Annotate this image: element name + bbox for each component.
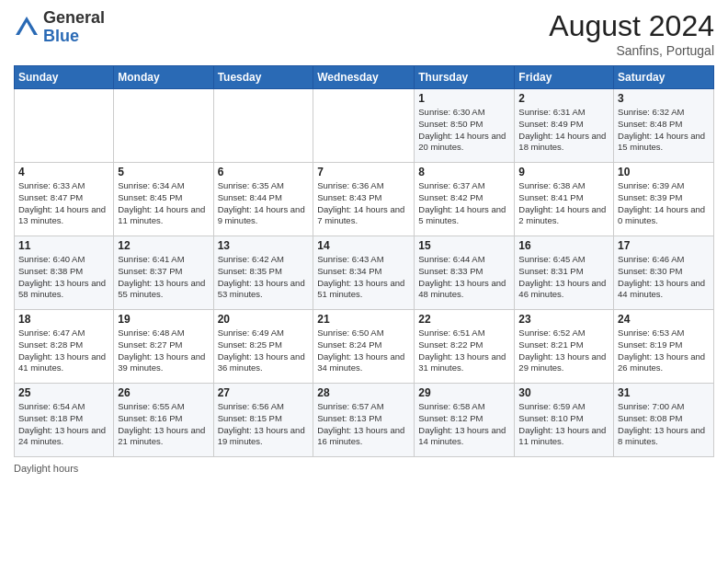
day-number: 16 [518, 239, 609, 252]
day-info: Sunrise: 6:52 AMSunset: 8:21 PMDaylight:… [518, 327, 609, 374]
day-info: Sunrise: 6:56 AMSunset: 8:15 PMDaylight:… [218, 401, 310, 448]
calendar-week-row: 1Sunrise: 6:30 AMSunset: 8:50 PMDaylight… [15, 89, 714, 163]
calendar-cell [114, 89, 213, 163]
day-info: Sunrise: 6:41 AMSunset: 8:37 PMDaylight:… [118, 254, 209, 301]
calendar-cell: 17Sunrise: 6:46 AMSunset: 8:30 PMDayligh… [614, 236, 714, 310]
day-number: 29 [418, 386, 510, 399]
day-info: Sunrise: 6:30 AMSunset: 8:50 PMDaylight:… [418, 107, 510, 154]
calendar-cell: 27Sunrise: 6:56 AMSunset: 8:15 PMDayligh… [213, 384, 313, 457]
calendar-cell: 1Sunrise: 6:30 AMSunset: 8:50 PMDaylight… [415, 89, 515, 163]
day-header-sunday: Sunday [15, 66, 114, 89]
calendar-cell: 5Sunrise: 6:34 AMSunset: 8:45 PMDaylight… [114, 163, 213, 236]
day-number: 22 [418, 313, 510, 326]
day-number: 8 [418, 166, 510, 178]
logo-icon [14, 15, 40, 40]
day-header-monday: Monday [114, 66, 213, 89]
day-number: 27 [218, 386, 310, 399]
calendar-cell: 10Sunrise: 6:39 AMSunset: 8:39 PMDayligh… [614, 163, 714, 236]
calendar-cell: 29Sunrise: 6:58 AMSunset: 8:12 PMDayligh… [415, 384, 515, 457]
day-info: Sunrise: 6:38 AMSunset: 8:41 PMDaylight:… [518, 180, 609, 227]
day-number: 9 [518, 166, 609, 178]
logo-text: General Blue [43, 9, 105, 46]
day-header-saturday: Saturday [614, 66, 714, 89]
calendar-week-row: 4Sunrise: 6:33 AMSunset: 8:47 PMDaylight… [15, 163, 714, 236]
calendar-cell: 16Sunrise: 6:45 AMSunset: 8:31 PMDayligh… [515, 236, 614, 310]
calendar-cell: 26Sunrise: 6:55 AMSunset: 8:16 PMDayligh… [114, 384, 213, 457]
day-info: Sunrise: 6:46 AMSunset: 8:30 PMDaylight:… [618, 254, 710, 301]
day-number: 6 [218, 166, 310, 178]
day-number: 4 [18, 166, 109, 178]
logo-general: General [43, 8, 105, 27]
day-info: Sunrise: 6:35 AMSunset: 8:44 PMDaylight:… [218, 180, 310, 227]
day-info: Sunrise: 6:43 AMSunset: 8:34 PMDaylight:… [317, 254, 410, 301]
calendar-cell: 3Sunrise: 6:32 AMSunset: 8:48 PMDaylight… [614, 89, 714, 163]
calendar-cell: 20Sunrise: 6:49 AMSunset: 8:25 PMDayligh… [213, 310, 313, 384]
footer: Daylight hours [14, 463, 714, 474]
calendar-cell [313, 89, 415, 163]
day-info: Sunrise: 6:32 AMSunset: 8:48 PMDaylight:… [618, 107, 710, 154]
day-info: Sunrise: 7:00 AMSunset: 8:08 PMDaylight:… [618, 401, 710, 448]
day-number: 25 [18, 386, 109, 399]
day-number: 28 [317, 386, 410, 399]
day-info: Sunrise: 6:42 AMSunset: 8:35 PMDaylight:… [218, 254, 310, 301]
day-info: Sunrise: 6:48 AMSunset: 8:27 PMDaylight:… [118, 327, 209, 374]
calendar-cell: 11Sunrise: 6:40 AMSunset: 8:38 PMDayligh… [15, 236, 114, 310]
calendar-cell: 23Sunrise: 6:52 AMSunset: 8:21 PMDayligh… [515, 310, 614, 384]
day-number: 20 [218, 313, 310, 326]
day-number: 12 [118, 239, 209, 252]
day-number: 13 [218, 239, 310, 252]
calendar-week-row: 11Sunrise: 6:40 AMSunset: 8:38 PMDayligh… [15, 236, 714, 310]
calendar-cell: 13Sunrise: 6:42 AMSunset: 8:35 PMDayligh… [213, 236, 313, 310]
day-number: 17 [618, 239, 710, 252]
day-info: Sunrise: 6:53 AMSunset: 8:19 PMDaylight:… [618, 327, 710, 374]
day-header-wednesday: Wednesday [313, 66, 415, 89]
calendar-cell: 15Sunrise: 6:44 AMSunset: 8:33 PMDayligh… [415, 236, 515, 310]
day-info: Sunrise: 6:34 AMSunset: 8:45 PMDaylight:… [118, 180, 209, 227]
calendar-week-row: 25Sunrise: 6:54 AMSunset: 8:18 PMDayligh… [15, 384, 714, 457]
day-number: 3 [618, 92, 710, 105]
day-number: 26 [118, 386, 209, 399]
title-block: August 2024 Sanfins, Portugal [549, 9, 714, 58]
calendar-cell: 12Sunrise: 6:41 AMSunset: 8:37 PMDayligh… [114, 236, 213, 310]
day-info: Sunrise: 6:51 AMSunset: 8:22 PMDaylight:… [418, 327, 510, 374]
day-info: Sunrise: 6:47 AMSunset: 8:28 PMDaylight:… [18, 327, 109, 374]
day-number: 18 [18, 313, 109, 326]
day-number: 10 [618, 166, 710, 178]
day-number: 24 [618, 313, 710, 326]
day-number: 30 [518, 386, 609, 399]
month-year: August 2024 [549, 9, 714, 43]
day-info: Sunrise: 6:59 AMSunset: 8:10 PMDaylight:… [518, 401, 609, 448]
day-info: Sunrise: 6:39 AMSunset: 8:39 PMDaylight:… [618, 180, 710, 227]
day-number: 19 [118, 313, 209, 326]
day-number: 15 [418, 239, 510, 252]
calendar-cell: 28Sunrise: 6:57 AMSunset: 8:13 PMDayligh… [313, 384, 415, 457]
header: General Blue August 2024 Sanfins, Portug… [14, 9, 714, 58]
day-number: 21 [317, 313, 410, 326]
calendar-cell: 8Sunrise: 6:37 AMSunset: 8:42 PMDaylight… [415, 163, 515, 236]
day-number: 11 [18, 239, 109, 252]
day-number: 14 [317, 239, 410, 252]
calendar-cell [15, 89, 114, 163]
day-info: Sunrise: 6:36 AMSunset: 8:43 PMDaylight:… [317, 180, 410, 227]
calendar-cell: 6Sunrise: 6:35 AMSunset: 8:44 PMDaylight… [213, 163, 313, 236]
calendar-cell: 14Sunrise: 6:43 AMSunset: 8:34 PMDayligh… [313, 236, 415, 310]
day-info: Sunrise: 6:40 AMSunset: 8:38 PMDaylight:… [18, 254, 109, 301]
day-number: 7 [317, 166, 410, 178]
calendar-cell: 21Sunrise: 6:50 AMSunset: 8:24 PMDayligh… [313, 310, 415, 384]
calendar-cell: 2Sunrise: 6:31 AMSunset: 8:49 PMDaylight… [515, 89, 614, 163]
day-number: 31 [618, 386, 710, 399]
day-header-thursday: Thursday [415, 66, 515, 89]
location: Sanfins, Portugal [549, 43, 714, 58]
day-info: Sunrise: 6:58 AMSunset: 8:12 PMDaylight:… [418, 401, 510, 448]
day-info: Sunrise: 6:49 AMSunset: 8:25 PMDaylight:… [218, 327, 310, 374]
day-number: 23 [518, 313, 609, 326]
calendar: SundayMondayTuesdayWednesdayThursdayFrid… [14, 65, 714, 457]
day-number: 1 [418, 92, 510, 105]
calendar-cell: 4Sunrise: 6:33 AMSunset: 8:47 PMDaylight… [15, 163, 114, 236]
calendar-cell: 30Sunrise: 6:59 AMSunset: 8:10 PMDayligh… [515, 384, 614, 457]
calendar-cell: 24Sunrise: 6:53 AMSunset: 8:19 PMDayligh… [614, 310, 714, 384]
calendar-cell: 7Sunrise: 6:36 AMSunset: 8:43 PMDaylight… [313, 163, 415, 236]
calendar-cell: 25Sunrise: 6:54 AMSunset: 8:18 PMDayligh… [15, 384, 114, 457]
calendar-cell: 31Sunrise: 7:00 AMSunset: 8:08 PMDayligh… [614, 384, 714, 457]
day-info: Sunrise: 6:45 AMSunset: 8:31 PMDaylight:… [518, 254, 609, 301]
